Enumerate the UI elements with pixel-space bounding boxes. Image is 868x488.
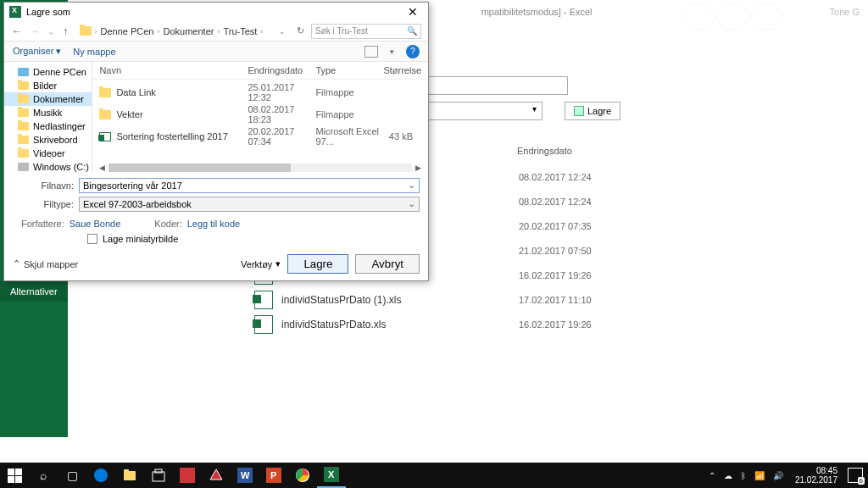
- tree-item[interactable]: Denne PCen: [4, 65, 92, 79]
- thumbnail-checkbox[interactable]: [87, 234, 97, 244]
- taskbar[interactable]: ⌕ ▢ W P X ⌃ ☁ ᛒ 📶 🔊 08:45 21.02.2017 6: [0, 463, 868, 488]
- folder-tree[interactable]: Denne PCenBilderDokumenterMusikkNedlasti…: [4, 62, 92, 173]
- tree-item[interactable]: Musikk: [4, 106, 92, 119]
- excel-file-icon: [254, 291, 273, 309]
- folder-icon: [99, 110, 111, 119]
- chrome-icon[interactable]: [288, 463, 317, 488]
- dialog-titlebar[interactable]: Lagre som ✕: [4, 3, 428, 21]
- refresh-icon[interactable]: ↻: [297, 25, 304, 36]
- tags-value[interactable]: Legg til kode: [187, 219, 240, 229]
- task-view-button[interactable]: ▢: [58, 463, 86, 488]
- svg-rect-6: [180, 468, 195, 483]
- bluetooth-icon[interactable]: ᛒ: [739, 471, 748, 480]
- hex-decoration: [673, 0, 843, 42]
- tree-item[interactable]: Skrivebord: [4, 133, 92, 147]
- start-button[interactable]: [0, 463, 29, 488]
- search-input[interactable]: Søk i Tru-Test 🔍: [311, 24, 421, 39]
- search-icon: 🔍: [407, 26, 417, 36]
- hide-folders-button[interactable]: ⌃ Skjul mapper: [13, 258, 78, 269]
- bg-file-row[interactable]: individStatusPrDato (1).xls 17.02.2017 1…: [254, 287, 851, 312]
- up-arrow-icon[interactable]: ↑: [63, 25, 69, 37]
- folder-icon: [18, 95, 29, 103]
- wifi-icon[interactable]: 📶: [753, 471, 766, 480]
- view-options-icon[interactable]: [364, 46, 378, 58]
- col-size[interactable]: Størrelse: [383, 65, 421, 75]
- alternatives-button[interactable]: Alternativer: [0, 281, 68, 302]
- breadcrumb-item[interactable]: Denne PCen: [101, 26, 154, 36]
- bg-file-date: 08.02.2017 12:24: [519, 172, 592, 182]
- scroll-thumb[interactable]: [108, 164, 291, 172]
- search-button[interactable]: ⌕: [29, 463, 58, 488]
- breadcrumb-item[interactable]: Tru-Test: [223, 26, 257, 36]
- chevron-down-icon: ▾: [275, 258, 281, 269]
- svg-marker-2: [749, 4, 783, 30]
- explorer-icon[interactable]: [115, 463, 144, 488]
- bg-col-date[interactable]: Endringsdato: [517, 146, 572, 156]
- store-icon[interactable]: [144, 463, 173, 488]
- bg-file-date: 08.02.2017 12:24: [519, 197, 592, 207]
- svg-text:W: W: [241, 470, 250, 480]
- filetype-select[interactable]: Excel 97-2003-arbeidsbok: [79, 197, 420, 212]
- col-name[interactable]: Navn: [99, 65, 248, 75]
- clock[interactable]: 08:45 21.02.2017: [790, 466, 843, 485]
- organize-button[interactable]: Organiser ▾: [13, 46, 61, 57]
- excel-icon[interactable]: X: [317, 463, 346, 488]
- svg-text:P: P: [270, 470, 276, 480]
- recent-dropdown-icon[interactable]: ⌄: [47, 25, 56, 37]
- tree-item[interactable]: Dokumenter: [4, 92, 92, 106]
- file-size: 43 kB: [383, 131, 421, 141]
- dialog-title: Lagre som: [26, 7, 70, 17]
- app-icon-1[interactable]: [173, 463, 202, 488]
- breadcrumb[interactable]: › Denne PCen › Dokumenter › Tru-Test › ⌄: [75, 24, 291, 39]
- notifications-icon[interactable]: 6: [848, 468, 863, 483]
- tools-button[interactable]: Verktøy ▾: [241, 258, 281, 269]
- list-header: Navn Endringsdato Type Størrelse: [92, 62, 428, 80]
- scroll-left-icon[interactable]: ◀: [99, 164, 105, 172]
- h-scrollbar[interactable]: ◀ ▶: [92, 163, 428, 173]
- col-date[interactable]: Endringsdato: [248, 65, 315, 75]
- bg-save-button[interactable]: Lagre: [565, 102, 620, 120]
- breadcrumb-item[interactable]: Dokumenter: [164, 26, 214, 36]
- col-type[interactable]: Type: [315, 65, 383, 75]
- volume-icon[interactable]: 🔊: [771, 471, 785, 480]
- bg-file-name: individStatusPrDato.xls: [281, 319, 519, 330]
- filename-input[interactable]: Bingesortering vår 2017: [79, 178, 420, 193]
- file-type: Filmappe: [315, 87, 383, 97]
- app-icon-2[interactable]: [202, 463, 231, 488]
- dialog-footer: ⌃ Skjul mapper Verktøy ▾ Lagre Avbryt: [4, 249, 428, 280]
- onedrive-icon[interactable]: ☁: [722, 471, 734, 480]
- author-value[interactable]: Saue Bonde: [70, 219, 121, 229]
- forward-arrow-icon[interactable]: →: [29, 25, 40, 37]
- bg-file-row[interactable]: individStatusPrDato.xls 16.02.2017 19:26: [254, 312, 851, 336]
- svg-rect-4: [153, 472, 164, 481]
- scroll-right-icon[interactable]: ▶: [415, 164, 421, 172]
- new-folder-button[interactable]: Ny mappe: [73, 47, 115, 57]
- edge-icon[interactable]: [86, 463, 115, 488]
- save-button[interactable]: Lagre: [287, 254, 348, 274]
- help-icon[interactable]: ?: [406, 45, 420, 58]
- excel-icon: [99, 132, 111, 141]
- list-row[interactable]: Vekter 08.02.2017 18:23 Filmappe: [92, 103, 428, 125]
- cancel-button[interactable]: Avbryt: [355, 254, 420, 274]
- file-date: 25.01.2017 12:32: [248, 82, 315, 103]
- back-arrow-icon[interactable]: ←: [11, 25, 22, 37]
- thumbnail-label[interactable]: Lage miniatyrbilde: [103, 234, 178, 244]
- file-name: Data Link: [116, 87, 248, 97]
- bg-file-date: 16.02.2017 19:26: [519, 270, 592, 280]
- list-row[interactable]: Sortering fostertelling 2017 20.02.2017 …: [92, 125, 428, 147]
- filename-label: Filnavn:: [13, 180, 74, 191]
- powerpoint-icon[interactable]: P: [259, 463, 288, 488]
- svg-point-3: [94, 469, 108, 482]
- chevron-down-icon[interactable]: ⌄: [279, 27, 286, 36]
- pc-icon: [18, 68, 29, 76]
- close-icon[interactable]: ✕: [403, 5, 423, 19]
- svg-marker-0: [682, 4, 715, 30]
- list-row[interactable]: Data Link 25.01.2017 12:32 Filmappe: [92, 81, 428, 103]
- tree-item[interactable]: Nedlastinger: [4, 119, 92, 133]
- tree-item[interactable]: Bilder: [4, 79, 92, 92]
- word-icon[interactable]: W: [231, 463, 259, 488]
- tray-chevron-icon[interactable]: ⌃: [707, 471, 717, 480]
- tree-item[interactable]: Videoer: [4, 147, 92, 160]
- file-name: Vekter: [116, 109, 248, 119]
- tree-item[interactable]: Windows (C:): [4, 160, 92, 173]
